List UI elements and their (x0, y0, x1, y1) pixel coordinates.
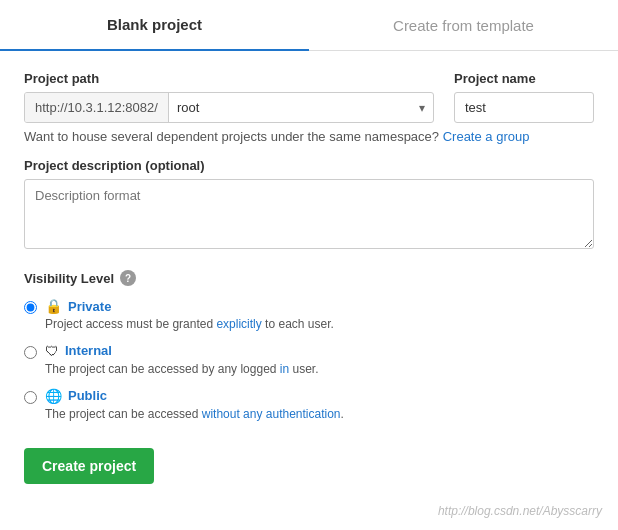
radio-public-label: Public (68, 388, 107, 403)
watermark: http://blog.csdn.net/Abysscarry (438, 504, 602, 518)
description-input[interactable] (24, 179, 594, 249)
path-select-wrapper: root ▾ (169, 93, 433, 122)
radio-private-desc: Project access must be granted explicitl… (45, 316, 334, 333)
visibility-title: Visibility Level ? (24, 270, 594, 286)
visibility-section: Visibility Level ? 🔒 Private Project acc… (24, 270, 594, 422)
highlight-explicitly: explicitly (216, 317, 261, 331)
name-label: Project name (454, 71, 594, 86)
help-text-prefix: Want to house several dependent projects… (24, 129, 439, 144)
main-content: Project path http://10.3.1.12:8082/ root… (0, 51, 618, 508)
create-group-link[interactable]: Create a group (443, 129, 530, 144)
project-path-group: Project path http://10.3.1.12:8082/ root… (24, 71, 434, 123)
radio-internal-desc: The project can be accessed by any logge… (45, 361, 319, 378)
lock-icon: 🔒 (45, 298, 62, 314)
radio-private-label: Private (68, 299, 111, 314)
radio-public: 🌐 Public The project can be accessed wit… (24, 388, 594, 423)
namespace-help: Want to house several dependent projects… (24, 129, 594, 144)
description-group: Project description (optional) (24, 158, 594, 252)
shield-icon: 🛡 (45, 343, 59, 359)
path-label: Project path (24, 71, 434, 86)
radio-public-content: 🌐 Public The project can be accessed wit… (45, 388, 344, 423)
radio-private-input[interactable] (24, 301, 37, 314)
radio-internal: 🛡 Internal The project can be accessed b… (24, 343, 594, 378)
radio-internal-input[interactable] (24, 346, 37, 359)
project-name-group: Project name (454, 71, 594, 123)
tab-bar: Blank project Create from template (0, 0, 618, 51)
globe-icon: 🌐 (45, 388, 62, 404)
radio-private-content: 🔒 Private Project access must be granted… (45, 298, 334, 333)
radio-private-header: 🔒 Private (45, 298, 334, 314)
path-prefix: http://10.3.1.12:8082/ (25, 93, 169, 122)
tab-blank[interactable]: Blank project (0, 0, 309, 51)
radio-public-desc: The project can be accessed without any … (45, 406, 344, 423)
tab-template[interactable]: Create from template (309, 0, 618, 50)
path-name-row: Project path http://10.3.1.12:8082/ root… (24, 71, 594, 123)
path-input-wrapper: http://10.3.1.12:8082/ root ▾ (24, 92, 434, 123)
visibility-label-text: Visibility Level (24, 271, 114, 286)
desc-label: Project description (optional) (24, 158, 594, 173)
visibility-help-icon[interactable]: ? (120, 270, 136, 286)
radio-public-input[interactable] (24, 391, 37, 404)
highlight-in: in (280, 362, 289, 376)
highlight-without-auth: without any authentication (202, 407, 341, 421)
project-name-input[interactable] (454, 92, 594, 123)
radio-private: 🔒 Private Project access must be granted… (24, 298, 594, 333)
path-select[interactable]: root (177, 100, 425, 115)
radio-internal-label: Internal (65, 343, 112, 358)
radio-internal-content: 🛡 Internal The project can be accessed b… (45, 343, 319, 378)
radio-public-header: 🌐 Public (45, 388, 344, 404)
radio-internal-header: 🛡 Internal (45, 343, 319, 359)
create-project-button[interactable]: Create project (24, 448, 154, 484)
